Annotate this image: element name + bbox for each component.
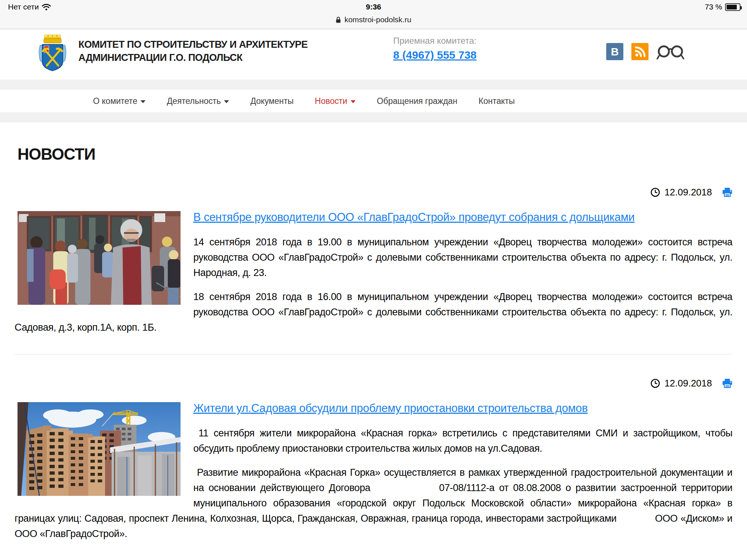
safari-screen: Нет сети 9:36 73 % komstro bbox=[0, 0, 747, 560]
podolsk-coat-of-arms-logo[interactable] bbox=[37, 34, 68, 72]
site-title: КОМИТЕТ ПО СТРОИТЕЛЬСТВУ И АРХИТЕКТУРЕ А… bbox=[78, 38, 356, 64]
battery-fill bbox=[727, 5, 737, 9]
clock-time: 9:36 bbox=[0, 3, 747, 11]
news-date: 12.09.2018 bbox=[665, 187, 712, 198]
news-meta: 12.09.2018 bbox=[15, 378, 732, 389]
nav-label: Новости bbox=[315, 96, 347, 106]
nav-label: О комитете bbox=[93, 96, 137, 106]
battery-nub bbox=[740, 6, 742, 9]
browser-chrome: Нет сети 9:36 73 % komstro bbox=[0, 0, 747, 29]
battery-icon bbox=[725, 3, 740, 11]
lock-icon bbox=[336, 16, 341, 23]
battery-percent-label: 73 % bbox=[705, 3, 722, 11]
chevron-down-icon bbox=[351, 100, 356, 103]
chevron-down-icon bbox=[140, 100, 146, 103]
news-item-2: 12.09.2018 bbox=[15, 378, 732, 541]
nav-label: Деятельность bbox=[167, 96, 221, 106]
news-item-1: 12.09.2018 bbox=[15, 187, 732, 335]
section-divider bbox=[15, 354, 732, 354]
status-right: 73 % bbox=[705, 3, 740, 11]
news-photo-crowd[interactable] bbox=[18, 211, 181, 305]
social-icons: В bbox=[606, 43, 684, 60]
clock-icon bbox=[650, 378, 660, 388]
page-title: НОВОСТИ bbox=[15, 122, 732, 163]
reception-phone-link[interactable]: 8 (4967) 555 738 bbox=[393, 49, 477, 61]
accessibility-glasses-icon[interactable] bbox=[657, 43, 684, 60]
news-page: НОВОСТИ 12.09.2018 bbox=[0, 122, 747, 560]
nav-item-contacts[interactable]: Контакты bbox=[479, 96, 515, 106]
main-navigation: О комитете Деятельность Документы Новост… bbox=[0, 90, 747, 112]
nav-label: Обращения граждан bbox=[377, 96, 457, 106]
print-icon[interactable] bbox=[722, 187, 732, 197]
address-bar[interactable]: komstroi-podolsk.ru bbox=[0, 12, 747, 27]
status-bar: Нет сети 9:36 73 % bbox=[0, 0, 747, 12]
news-meta: 12.09.2018 bbox=[15, 187, 732, 198]
vk-icon[interactable]: В bbox=[606, 43, 623, 60]
nav-divider-band bbox=[0, 112, 747, 122]
reception-label: Приемная комитета: bbox=[393, 36, 477, 46]
news-date: 12.09.2018 bbox=[665, 378, 712, 389]
header-divider-band bbox=[0, 79, 747, 90]
reception-block: Приемная комитета: 8 (4967) 555 738 bbox=[393, 36, 477, 61]
nav-item-about[interactable]: О комитете bbox=[93, 96, 146, 106]
nav-label: Документы bbox=[250, 96, 294, 106]
site-header: КОМИТЕТ ПО СТРОИТЕЛЬСТВУ И АРХИТЕКТУРЕ А… bbox=[0, 29, 747, 79]
news-photo-construction[interactable] bbox=[18, 402, 181, 496]
chevron-down-icon bbox=[224, 100, 229, 103]
nav-item-activity[interactable]: Деятельность bbox=[167, 96, 229, 106]
rss-icon[interactable] bbox=[631, 43, 649, 60]
print-icon[interactable] bbox=[722, 378, 732, 388]
nav-item-citizen-appeals[interactable]: Обращения граждан bbox=[377, 96, 457, 106]
url-text: komstroi-podolsk.ru bbox=[344, 15, 411, 24]
nav-item-news[interactable]: Новости bbox=[315, 96, 356, 106]
nav-item-documents[interactable]: Документы bbox=[250, 96, 294, 106]
nav-label: Контакты bbox=[479, 96, 515, 106]
clock-icon bbox=[650, 187, 660, 197]
